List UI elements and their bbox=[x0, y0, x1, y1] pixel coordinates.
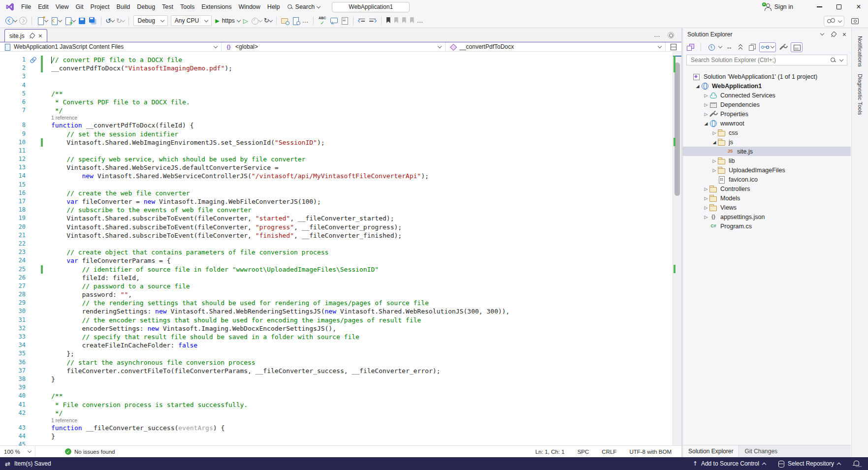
code-line-38[interactable]: 38} bbox=[0, 375, 673, 383]
panel-tab-solution-explorer[interactable]: Solution Explorer bbox=[683, 445, 739, 457]
code-line-21[interactable]: 21Vintasoft.Shared.subscribeToEvent(file… bbox=[0, 231, 673, 240]
tree-item-solution-webapplication1-1-of-1-project[interactable]: Solution 'WebApplication1' (1 of 1 proje… bbox=[683, 72, 851, 81]
code-line-32[interactable]: 32encoderSettings: new Vintasoft.Imaging… bbox=[0, 324, 673, 333]
tree-item-wwwroot[interactable]: ◢wwwroot bbox=[683, 119, 851, 128]
solution-configuration-dropdown[interactable]: Debug bbox=[133, 15, 167, 26]
find-in-document-button[interactable] bbox=[290, 15, 301, 27]
code-line-15[interactable]: 15 bbox=[0, 181, 673, 189]
start-without-debugging-button[interactable]: ▷ bbox=[242, 15, 249, 27]
toolbar-overflow-button[interactable]: … bbox=[301, 15, 310, 27]
spell-checker-button[interactable]: ABC✓ bbox=[317, 15, 328, 27]
code-line-43[interactable]: 43function __fileConverter_success(event… bbox=[0, 424, 673, 432]
code-line-45[interactable]: 45 bbox=[0, 440, 673, 445]
code-editor[interactable]: 1// convert PDF file to a DOCX file2__co… bbox=[0, 52, 681, 445]
save-button[interactable] bbox=[76, 15, 87, 27]
open-file-button[interactable] bbox=[49, 15, 63, 27]
code-line-41[interactable]: 41* File conversion process is started s… bbox=[0, 401, 673, 409]
pin-icon[interactable] bbox=[27, 31, 36, 40]
vertical-scrollbar[interactable] bbox=[673, 52, 681, 445]
menu-view[interactable]: View bbox=[52, 1, 72, 13]
encoding-indicator[interactable]: UTF-8 with BOM bbox=[629, 449, 672, 455]
code-line-36[interactable]: 36// start the asynchronous file convers… bbox=[0, 358, 673, 367]
add-item-button[interactable] bbox=[63, 15, 76, 27]
code-line-14[interactable]: 14new Vintasoft.Shared.WebServiceControl… bbox=[0, 172, 673, 180]
code-line-18[interactable]: 18// subscribe to the events of web file… bbox=[0, 206, 673, 214]
notifications-bell-icon[interactable] bbox=[852, 460, 860, 468]
undo-button[interactable]: ↺ bbox=[104, 15, 115, 27]
code-line-7[interactable]: 7*/ bbox=[0, 106, 673, 115]
issues-label[interactable]: No issues found bbox=[74, 449, 115, 455]
code-line-37[interactable]: 37fileConverter.convertFileTo(fileConver… bbox=[0, 367, 673, 375]
menu-tools[interactable]: Tools bbox=[177, 1, 198, 13]
tab-close-icon[interactable]: × bbox=[38, 33, 42, 39]
tree-expander-icon[interactable]: ◢ bbox=[711, 140, 718, 145]
solution-name-badge[interactable]: WebApplication1 bbox=[332, 2, 410, 12]
switch-views-button[interactable] bbox=[686, 43, 694, 51]
live-share-button[interactable] bbox=[824, 16, 844, 27]
code-line-19[interactable]: 19Vintasoft.Shared.subscribeToEvent(file… bbox=[0, 214, 673, 222]
toggle-comment-button[interactable] bbox=[328, 15, 339, 27]
sign-in-button[interactable]: + Sign in bbox=[763, 3, 793, 11]
spaces-indicator[interactable]: SPC bbox=[578, 449, 589, 455]
select-repository-button[interactable]: Select Repository bbox=[777, 460, 840, 467]
solution-explorer-search-input[interactable]: Search Solution Explorer (Ctrl+;) bbox=[686, 55, 847, 65]
tree-expander-icon[interactable]: ▷ bbox=[703, 187, 709, 191]
preview-selected-items-toggle[interactable] bbox=[791, 42, 803, 52]
decrease-indent-button[interactable] bbox=[356, 15, 367, 27]
code-line-30[interactable]: 30renderingSettings: new Vintasoft.Share… bbox=[0, 307, 673, 315]
code-line-40[interactable]: 40/** bbox=[0, 392, 673, 400]
tree-item-models[interactable]: ▷Models bbox=[683, 193, 851, 203]
code-line-29[interactable]: 29// the rendering settings that should … bbox=[0, 299, 673, 307]
tree-item-connected-services[interactable]: ▷Connected Services bbox=[683, 91, 851, 100]
bookmark-overflow-button[interactable]: … bbox=[416, 15, 425, 27]
line-ending-indicator[interactable]: CRLF bbox=[602, 449, 616, 455]
code-line-24[interactable]: 24var fileConverterParams = { bbox=[0, 256, 673, 265]
code-line-10[interactable]: 10Vintasoft.Shared.WebImagingEnviromentJ… bbox=[0, 138, 673, 147]
new-file-button[interactable] bbox=[35, 15, 49, 27]
background-tasks-icon[interactable]: ⇄ bbox=[5, 460, 10, 468]
tree-item-webapplication1[interactable]: ◢WebApplication1 bbox=[683, 81, 851, 91]
tree-expander-icon[interactable]: ▷ bbox=[703, 215, 709, 219]
scrollbar-thumb[interactable] bbox=[675, 63, 680, 196]
navigate-back-button[interactable] bbox=[4, 15, 18, 27]
tree-item-dependencies[interactable]: ▷Dependencies bbox=[683, 100, 851, 109]
close-button[interactable]: × bbox=[855, 3, 862, 10]
code-line-16[interactable]: 16// create the web file converter bbox=[0, 189, 673, 197]
increase-indent-button[interactable] bbox=[367, 15, 378, 27]
filter-chevron[interactable] bbox=[718, 44, 722, 48]
tree-expander-icon[interactable]: ▷ bbox=[711, 158, 718, 163]
sync-with-active-document-button[interactable]: ↔ bbox=[725, 43, 733, 51]
hot-reload-button[interactable]: ↻ bbox=[263, 15, 273, 27]
tree-item-js[interactable]: ◢js bbox=[683, 137, 851, 147]
code-line-35[interactable]: 35}; bbox=[0, 349, 673, 358]
gear-icon[interactable] bbox=[667, 31, 675, 39]
codelens-references[interactable]: 1 reference bbox=[0, 115, 673, 121]
menu-file[interactable]: File bbox=[18, 1, 34, 13]
menu-debug[interactable]: Debug bbox=[133, 1, 159, 13]
minimize-button[interactable] bbox=[816, 3, 823, 10]
tree-expander-icon[interactable]: ◢ bbox=[694, 84, 701, 89]
file-nesting-toggle[interactable] bbox=[759, 42, 776, 52]
tree-expander-icon[interactable]: ▷ bbox=[703, 112, 709, 117]
code-line-26[interactable]: 26fileId: fileId, bbox=[0, 274, 673, 282]
tree-item-program-cs[interactable]: C#Program.cs bbox=[683, 221, 851, 231]
menu-help[interactable]: Help bbox=[264, 1, 284, 13]
tree-item-css[interactable]: ▷css bbox=[683, 128, 851, 137]
start-debugging-button[interactable]: ▶https bbox=[213, 17, 242, 24]
menu-edit[interactable]: Edit bbox=[34, 1, 52, 13]
code-line-3[interactable]: 3 bbox=[0, 72, 673, 81]
side-tab-diagnostic-tools[interactable]: Diagnostic Tools bbox=[857, 74, 863, 115]
navigate-forward-button[interactable] bbox=[18, 15, 29, 27]
code-line-6[interactable]: 6* Converts PDF file to a DOCX file. bbox=[0, 98, 673, 106]
code-line-33[interactable]: 33// specify that result file should be … bbox=[0, 333, 673, 341]
code-line-42[interactable]: 42*/ bbox=[0, 409, 673, 417]
codelens-references[interactable]: 1 reference bbox=[0, 417, 673, 424]
menu-test[interactable]: Test bbox=[159, 1, 177, 13]
tree-item-uploadedimagefiles[interactable]: ▷UploadedImageFiles bbox=[683, 165, 851, 175]
code-line-23[interactable]: 23// create object that contains paramet… bbox=[0, 248, 673, 256]
panel-close-icon[interactable]: × bbox=[842, 31, 846, 37]
tree-item-favicon-ico[interactable]: favicon.ico bbox=[683, 175, 851, 184]
menu-search[interactable]: Search bbox=[284, 3, 324, 10]
properties-button[interactable] bbox=[748, 43, 756, 51]
code-line-22[interactable]: 22 bbox=[0, 240, 673, 248]
